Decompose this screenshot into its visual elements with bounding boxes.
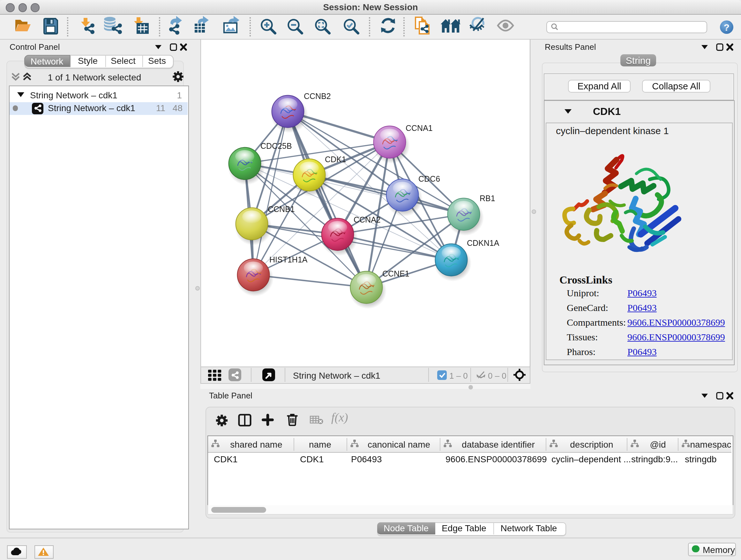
svg-text:CCNA2: CCNA2 bbox=[354, 215, 381, 224]
svg-text:HIST1H1A: HIST1H1A bbox=[269, 255, 308, 264]
svg-text:CCNA1: CCNA1 bbox=[406, 124, 433, 132]
svg-text:CCNB1: CCNB1 bbox=[268, 205, 295, 213]
svg-text:CDK1: CDK1 bbox=[325, 155, 346, 164]
svg-text:CCNE1: CCNE1 bbox=[382, 269, 409, 278]
svg-text:CDKN1A: CDKN1A bbox=[467, 239, 499, 247]
svg-text:CDC6: CDC6 bbox=[418, 174, 440, 183]
svg-text:CCNB2: CCNB2 bbox=[304, 91, 331, 101]
svg-text:CDC25B: CDC25B bbox=[260, 141, 292, 150]
svg-text:RB1: RB1 bbox=[480, 194, 495, 203]
